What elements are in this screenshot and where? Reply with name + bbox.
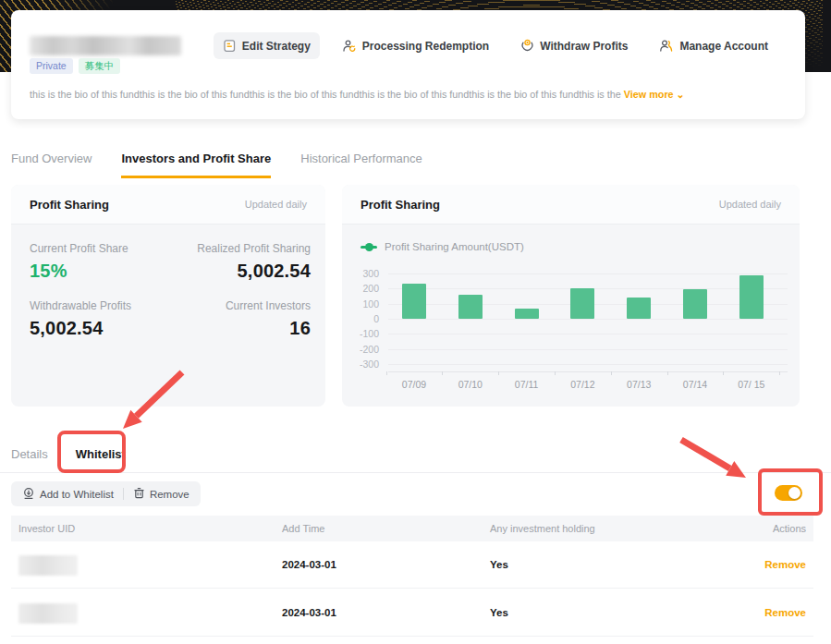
main-tabs: Fund Overview Investors and Profit Share… bbox=[11, 152, 422, 178]
y-axis-tick-label: -200 bbox=[349, 344, 379, 355]
x-axis-category-label: 07/13 bbox=[609, 379, 668, 390]
stat-current-investors: Current Investors 16 bbox=[226, 299, 311, 339]
investor-uid-redacted bbox=[18, 603, 78, 624]
tab-investors-profit-share[interactable]: Investors and Profit Share bbox=[121, 152, 271, 178]
chart-bar bbox=[683, 289, 707, 319]
x-axis-tick bbox=[667, 371, 668, 375]
processing-redemption-label: Processing Redemption bbox=[362, 40, 489, 53]
badge-row: Private 募集中 bbox=[30, 58, 120, 74]
chart-bar bbox=[739, 275, 764, 319]
whitelist-toolbar: Add to Whitelist Remove bbox=[11, 481, 201, 506]
tab-historical-performance[interactable]: Historical Performance bbox=[300, 152, 422, 178]
toggle-knob bbox=[788, 487, 800, 499]
y-axis-tick-label: -300 bbox=[349, 358, 379, 370]
add-to-whitelist-button[interactable]: Add to Whitelist bbox=[22, 487, 114, 502]
subtab-details[interactable]: Details bbox=[11, 447, 48, 461]
chart-card-header: Profit Sharing Updated daily bbox=[342, 185, 800, 225]
remove-button[interactable]: Remove bbox=[133, 487, 189, 501]
chart-gridline bbox=[388, 349, 788, 350]
x-axis-category-label: 07/ 15 bbox=[722, 379, 781, 390]
recruiting-badge: 募集中 bbox=[79, 58, 121, 74]
x-axis-category-label: 07/09 bbox=[385, 379, 444, 390]
manage-account-button[interactable]: Manage Account bbox=[650, 32, 777, 59]
y-axis-tick-label: 200 bbox=[349, 283, 379, 294]
fund-bio: this is the bio of this fundthis is the … bbox=[30, 89, 787, 101]
edit-strategy-button[interactable]: Edit Strategy bbox=[214, 32, 320, 59]
y-axis-tick-label: 0 bbox=[349, 313, 379, 324]
chevron-down-icon: ⌄ bbox=[677, 89, 685, 100]
cell-add-time: 2024-03-01 bbox=[282, 607, 336, 618]
cell-holding: Yes bbox=[490, 559, 508, 570]
toolbar-divider bbox=[123, 488, 124, 500]
fund-name-redacted bbox=[30, 36, 181, 55]
x-axis-tick bbox=[723, 371, 724, 375]
col-add-time: Add Time bbox=[282, 523, 324, 534]
edit-strategy-icon bbox=[223, 39, 237, 53]
bio-text: this is the bio of this fundthis is the … bbox=[30, 89, 621, 100]
processing-redemption-button[interactable]: Processing Redemption bbox=[333, 32, 498, 59]
manage-account-icon bbox=[659, 39, 674, 53]
fund-header-card: Private 募集中 this is the bio of this fund… bbox=[11, 10, 805, 119]
x-axis-tick bbox=[611, 371, 612, 375]
page: Private 募集中 this is the bio of this fund… bbox=[0, 0, 831, 644]
withdraw-profits-label: Withdraw Profits bbox=[540, 40, 628, 53]
row-remove-link[interactable]: Remove bbox=[764, 607, 806, 618]
chart-bar bbox=[627, 298, 651, 319]
trash-icon bbox=[133, 487, 145, 501]
add-to-whitelist-icon bbox=[22, 487, 35, 502]
cell-add-time: 2024-03-01 bbox=[282, 559, 336, 570]
y-axis-tick-label: 300 bbox=[349, 268, 379, 279]
chart-bar bbox=[570, 288, 594, 319]
x-axis-line bbox=[388, 371, 788, 372]
profit-sharing-chart-card: Profit Sharing Updated daily Profit Shar… bbox=[342, 185, 800, 407]
legend-label: Profit Sharing Amount(USDT) bbox=[385, 241, 524, 252]
x-axis-category-label: 07/10 bbox=[441, 379, 500, 390]
x-axis-category-label: 07/12 bbox=[553, 379, 612, 390]
col-holding: Any investment holding bbox=[490, 523, 595, 534]
withdraw-profits-button[interactable]: Withdraw Profits bbox=[511, 32, 637, 59]
tab-fund-overview[interactable]: Fund Overview bbox=[11, 152, 92, 178]
chart-card-updated: Updated daily bbox=[719, 199, 781, 210]
chart-card-title: Profit Sharing bbox=[361, 198, 440, 212]
y-axis-tick-label: -100 bbox=[349, 328, 379, 339]
stats-card-title: Profit Sharing bbox=[30, 198, 109, 212]
private-badge: Private bbox=[30, 58, 73, 74]
col-actions: Actions bbox=[773, 523, 806, 534]
withdraw-profits-icon bbox=[520, 39, 534, 53]
x-axis-tick bbox=[779, 371, 780, 375]
stat-realized-profit-sharing: Realized Profit Sharing 5,002.54 bbox=[197, 242, 311, 282]
edit-strategy-label: Edit Strategy bbox=[242, 40, 311, 53]
x-axis-category-label: 07/14 bbox=[666, 379, 725, 390]
view-more-link[interactable]: View more ⌄ bbox=[624, 89, 685, 100]
chart-bar bbox=[402, 284, 426, 319]
stats-card-updated: Updated daily bbox=[245, 199, 307, 210]
x-axis-tick bbox=[442, 371, 443, 375]
manage-account-label: Manage Account bbox=[679, 40, 768, 53]
row-remove-link[interactable]: Remove bbox=[764, 559, 806, 570]
stats-card-header: Profit Sharing Updated daily bbox=[11, 185, 325, 225]
profit-sharing-stats-card: Profit Sharing Updated daily Current Pro… bbox=[11, 185, 325, 407]
add-to-whitelist-label: Add to Whitelist bbox=[40, 489, 114, 500]
remove-label: Remove bbox=[150, 489, 189, 500]
legend-dot-icon bbox=[361, 246, 377, 249]
stat-withdrawable-profits: Withdrawable Profits 5,002.54 bbox=[30, 299, 131, 339]
col-investor-uid: Investor UID bbox=[18, 523, 75, 534]
chart-legend: Profit Sharing Amount(USDT) bbox=[361, 241, 524, 252]
table-row: 2024-03-01 Yes Remove bbox=[11, 589, 813, 637]
header-action-buttons: Edit Strategy Processing Redemption With… bbox=[214, 32, 777, 59]
chart-gridline bbox=[388, 334, 788, 334]
chart-gridline bbox=[388, 319, 788, 320]
investor-uid-redacted bbox=[18, 555, 78, 576]
stat-current-profit-share: Current Profit Share 15% bbox=[30, 242, 128, 282]
y-axis-tick-label: 100 bbox=[349, 298, 379, 310]
whitelist-toggle[interactable] bbox=[775, 485, 802, 501]
chart-gridline bbox=[388, 364, 788, 365]
chart-bar bbox=[458, 295, 483, 319]
profit-chart: 3002001000-100-200-30007/0907/1007/1107/… bbox=[342, 266, 800, 400]
table-row: 2024-03-01 Yes Remove bbox=[11, 541, 813, 589]
subtab-whitelist[interactable]: Whitelist bbox=[76, 447, 126, 461]
sub-tabs: Details Whitelist bbox=[11, 447, 126, 461]
section-divider bbox=[0, 472, 831, 473]
x-axis-category-label: 07/11 bbox=[497, 379, 556, 390]
x-axis-tick bbox=[555, 371, 556, 375]
